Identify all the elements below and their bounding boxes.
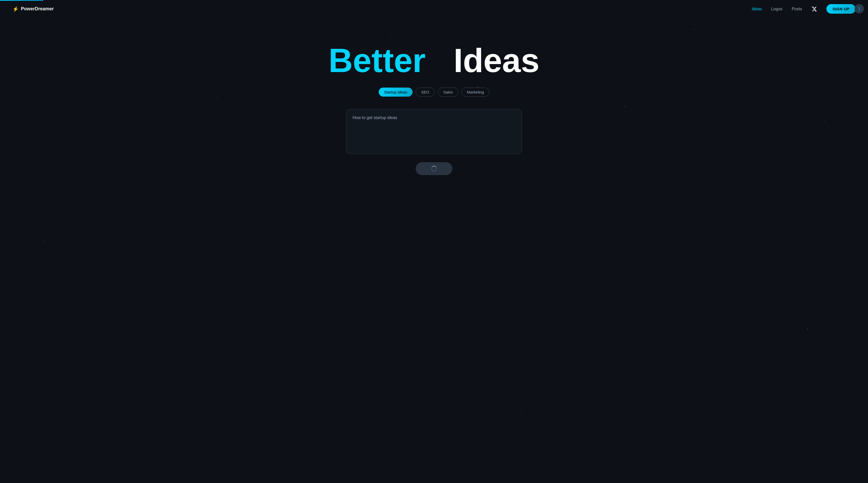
hero-title-better: Better <box>329 41 426 79</box>
nav-links: Ideas Logos Posts SIGN UP <box>752 4 856 14</box>
hero-title-ideas: Ideas <box>454 41 539 79</box>
main-content: Better Ideas Startup Ideas SEO Sales Mar… <box>0 18 868 175</box>
generate-button[interactable] <box>416 162 452 175</box>
pill-seo[interactable]: SEO <box>416 88 435 97</box>
signup-button[interactable]: SIGN UP <box>827 4 856 14</box>
x-twitter-icon[interactable] <box>811 6 817 12</box>
nav-link-ideas[interactable]: Ideas <box>752 7 762 11</box>
nav-logo-text: PowerDreamer <box>21 6 54 12</box>
input-container <box>346 109 522 154</box>
lightning-icon: ⚡ <box>12 6 19 12</box>
idea-input[interactable] <box>352 116 516 147</box>
pill-marketing[interactable]: Marketing <box>461 88 489 97</box>
top-loading-bar <box>0 0 43 1</box>
pill-startup-ideas[interactable]: Startup Ideas <box>379 88 412 97</box>
nav-link-posts[interactable]: Posts <box>792 7 802 11</box>
loading-spinner <box>431 166 437 171</box>
nav-logo[interactable]: ⚡ PowerDreamer <box>12 6 54 12</box>
avatar-symbol: ) <box>859 6 860 11</box>
category-pills: Startup Ideas SEO Sales Marketing <box>379 88 489 97</box>
navbar: ⚡ PowerDreamer Ideas Logos Posts SIGN UP <box>0 0 868 18</box>
pill-sales[interactable]: Sales <box>438 88 459 97</box>
avatar[interactable]: ) <box>855 4 864 13</box>
hero-title: Better Ideas <box>329 44 539 77</box>
nav-link-logos[interactable]: Logos <box>771 7 782 11</box>
